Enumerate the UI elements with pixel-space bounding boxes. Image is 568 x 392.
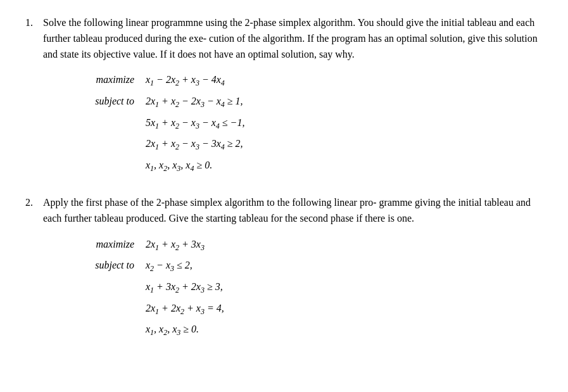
problem-1-description: Solve the following linear programmne us… (43, 15, 543, 62)
problem-1-constraint-row-1: 5x1 + x2 − x3 − x4 ≤ −1, (76, 114, 244, 133)
problem-1-maximize-row: maximize x1 − 2x2 + x3 − 4x4 (76, 71, 225, 90)
problem-1-constraint-row-0: subject to 2x1 + x2 − 2x3 − x4 ≥ 1, (76, 92, 243, 111)
problem-1-lp: maximize x1 − 2x2 + x3 − 4x4 subject to … (25, 71, 543, 177)
problem-2-constraint-row-0: subject to x2 − x3 ≤ 2, (76, 256, 192, 275)
problem-1-number: 1. (25, 15, 43, 62)
problem-2-constraint-3: x1, x2, x3 ≥ 0. (146, 320, 199, 339)
problem-1-text: 1. Solve the following linear programmne… (25, 15, 543, 62)
problem-2-subject-label: subject to (76, 256, 146, 274)
problem-2-constraint-1: x1 + 3x2 + 2x3 ≥ 3, (146, 278, 223, 297)
problem-2-constraint-row-2: 2x1 + 2x2 + x3 = 4, (76, 300, 224, 319)
problem-2-maximize-row: maximize 2x1 + x2 + 3x3 (76, 236, 205, 255)
problem-2-constraint-row-1: x1 + 3x2 + 2x3 ≥ 3, (76, 278, 223, 297)
problem-2-description: Apply the first phase of the 2-phase sim… (43, 195, 543, 227)
problem-2-constraint-row-3: x1, x2, x3 ≥ 0. (76, 320, 199, 339)
problem-1-constraint-2: 2x1 + x2 − x3 − 3x4 ≥ 2, (146, 135, 243, 154)
problem-1-maximize-expr: x1 − 2x2 + x3 − 4x4 (146, 71, 225, 90)
problem-1-constraint-row-3: x1, x2, x3, x4 ≥ 0. (76, 156, 212, 175)
problem-1-constraint-3: x1, x2, x3, x4 ≥ 0. (146, 156, 212, 175)
problem-1-constraint-1: 5x1 + x2 − x3 − x4 ≤ −1, (146, 114, 244, 133)
problem-2-number: 2. (25, 195, 43, 227)
problem-2-maximize-label: maximize (76, 236, 146, 253)
problem-1-subject-label: subject to (76, 92, 146, 110)
problem-1-constraint-0: 2x1 + x2 − 2x3 − x4 ≥ 1, (146, 92, 243, 111)
problem-2-constraint-2: 2x1 + 2x2 + x3 = 4, (146, 300, 224, 319)
problem-2-lp: maximize 2x1 + x2 + 3x3 subject to x2 − … (25, 236, 543, 342)
problem-2-text: 2. Apply the first phase of the 2-phase … (25, 195, 543, 227)
problem-2-constraint-0: x2 − x3 ≤ 2, (146, 256, 192, 275)
problem-1-maximize-label: maximize (76, 71, 146, 88)
problem-2: 2. Apply the first phase of the 2-phase … (25, 195, 543, 341)
problem-2-maximize-expr: 2x1 + x2 + 3x3 (146, 236, 205, 255)
problem-1-constraint-row-2: 2x1 + x2 − x3 − 3x4 ≥ 2, (76, 135, 243, 154)
problem-1: 1. Solve the following linear programmne… (25, 15, 543, 177)
